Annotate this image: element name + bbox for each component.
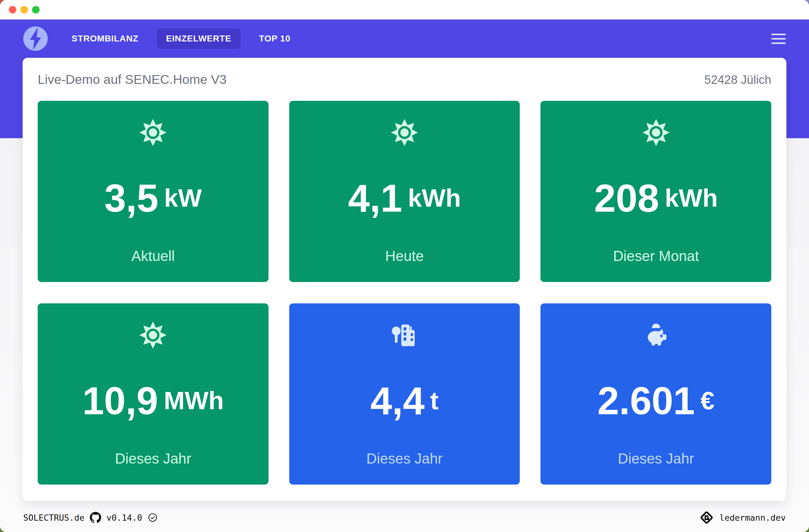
tile-label: Heute xyxy=(385,249,424,263)
sun-icon xyxy=(390,118,419,147)
tile-value: 208 kWh xyxy=(594,147,718,249)
tile-value: 10,9 MWh xyxy=(82,350,224,451)
tile-aktuell[interactable]: 3,5 kW Aktuell xyxy=(38,101,269,282)
tiles-grid: 3,5 kW Aktuell 4,1 kWh Heute xyxy=(38,101,771,484)
tile-value: 2.601 € xyxy=(597,350,715,451)
version-label[interactable]: v0.14.0 xyxy=(106,513,142,522)
tile-value: 3,5 kW xyxy=(104,147,202,249)
piggy-bank-icon xyxy=(641,320,671,350)
macos-titlebar xyxy=(0,0,809,19)
tile-dieses-jahr-ersparnis[interactable]: 2.601 € Dieses Jahr xyxy=(540,303,771,484)
hamburger-menu-icon[interactable] xyxy=(771,34,786,44)
fullscreen-window-button[interactable] xyxy=(32,6,39,14)
app-body: STROMBILANZ EINZELWERTE TOP 10 Live-Demo… xyxy=(0,19,809,532)
tile-label: Dieses Jahr xyxy=(366,451,443,466)
solectrus-site-link[interactable]: SOLECTRUS.de xyxy=(23,513,85,522)
minimize-window-button[interactable] xyxy=(20,6,28,14)
nav-tabs: STROMBILANZ EINZELWERTE TOP 10 xyxy=(62,28,300,49)
sun-icon xyxy=(138,320,168,350)
tile-label: Dieses Jahr xyxy=(618,451,694,466)
main-content: Live-Demo auf SENEC.Home V3 52428 Jülich… xyxy=(0,58,809,501)
tile-value: 4,4 t xyxy=(370,350,438,451)
tile-dieses-jahr-co2[interactable]: 4,4 t Dieses Jahr xyxy=(289,303,520,484)
footer: SOLECTRUS.de v0.14.0 ledermann.dev xyxy=(0,503,809,532)
footer-right: ledermann.dev xyxy=(700,510,786,525)
tile-dieses-jahr-ertrag[interactable]: 10,9 MWh Dieses Jahr xyxy=(38,303,269,484)
tile-heute[interactable]: 4,1 kWh Heute xyxy=(289,101,520,282)
tile-value: 4,1 kWh xyxy=(348,147,461,249)
tile-dieser-monat[interactable]: 208 kWh Dieser Monat xyxy=(540,101,771,282)
tree-building-icon xyxy=(390,320,419,350)
solectrus-logo-icon[interactable] xyxy=(23,27,48,51)
card-header: Live-Demo auf SENEC.Home V3 52428 Jülich xyxy=(38,72,771,87)
github-icon[interactable] xyxy=(90,512,101,523)
sun-icon xyxy=(641,118,671,147)
sun-icon xyxy=(138,118,168,147)
close-window-button[interactable] xyxy=(9,6,16,14)
page-title: Live-Demo auf SENEC.Home V3 xyxy=(38,72,227,87)
ledermann-logo-icon xyxy=(700,510,714,525)
tab-top10[interactable]: TOP 10 xyxy=(249,28,299,49)
ledermann-link[interactable]: ledermann.dev xyxy=(720,513,786,522)
tab-einzelwerte[interactable]: EINZELWERTE xyxy=(157,28,241,49)
dashboard-card: Live-Demo auf SENEC.Home V3 52428 Jülich… xyxy=(23,58,786,501)
app-window: STROMBILANZ EINZELWERTE TOP 10 Live-Demo… xyxy=(0,0,809,532)
location-label: 52428 Jülich xyxy=(704,73,771,87)
tab-strombilanz[interactable]: STROMBILANZ xyxy=(62,28,148,49)
tile-label: Dieses Jahr xyxy=(115,451,191,466)
tile-label: Dieser Monat xyxy=(613,249,699,263)
main-nav: STROMBILANZ EINZELWERTE TOP 10 xyxy=(0,19,809,58)
check-circle-icon xyxy=(148,513,158,522)
footer-left: SOLECTRUS.de v0.14.0 xyxy=(23,512,158,523)
tile-label: Aktuell xyxy=(131,249,175,263)
